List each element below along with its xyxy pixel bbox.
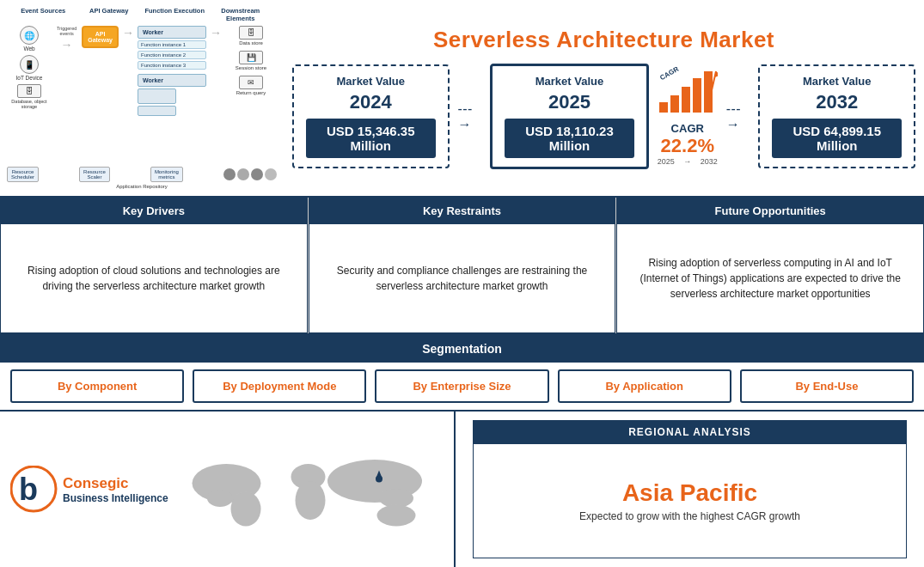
region-name: Asia Pacific [622, 479, 757, 507]
opportunities-body: Rising adoption of serverless computing … [616, 224, 924, 333]
restraints-body: Security and compliance challenges are r… [309, 224, 616, 333]
icon4 [265, 168, 277, 180]
cagr-label: CAGR [661, 122, 714, 135]
arch-diagram: Event Sources API Gateway Function Execu… [0, 0, 284, 196]
card3-year: 2032 [772, 91, 902, 113]
label-event-sources: Event Sources [10, 7, 76, 22]
session-store: 💾 Session store [225, 51, 277, 70]
app-repo-label: Application Repository [7, 184, 277, 189]
icon2 [237, 168, 249, 180]
drivers-header: Key Drivers [0, 198, 308, 224]
func-instance-2: Function instance 2 [138, 51, 206, 59]
cagr-year-start: 2025 [658, 157, 675, 166]
segmentation-header: Segmentation [0, 335, 924, 363]
seg-btn-application[interactable]: By Application [558, 369, 731, 403]
market-cards-row: Market Value 2024 USD 15,346.35 Million … [292, 64, 915, 169]
func-instance-1: Function instance 1 [138, 40, 206, 49]
card2-year: 2025 [505, 91, 634, 113]
market-card-2032: Market Value 2032 USD 64,899.15 Million [758, 64, 915, 168]
bottom-row-arch: ResourceScheduler ResourceScaler Monitor… [7, 167, 277, 182]
arrow-2024-2025: - - - → [458, 101, 482, 132]
logo-row: b Consegic Business Intelligence [10, 466, 168, 513]
monitoring-icons [223, 167, 277, 182]
world-map-svg [177, 451, 444, 528]
event-source-db: 🗄 Database, object storage [7, 84, 52, 109]
downstream-col: 🗄 Data store 💾 Session store ✉ Return qu… [225, 26, 277, 95]
card1-value: USD 15,346.35 Million [306, 119, 436, 158]
svg-point-13 [295, 481, 325, 520]
card1-year: 2024 [306, 91, 436, 113]
card2-label: Market Value [505, 75, 634, 88]
icon3 [251, 168, 263, 180]
top-section: Event Sources API Gateway Function Execu… [0, 0, 924, 198]
arch-labels: Event Sources API Gateway Function Execu… [7, 7, 277, 22]
event-sources-col: 🌐 Web 📱 IoT Device 🗄 Database, object st… [7, 26, 52, 109]
svg-rect-2 [682, 87, 690, 113]
segmentation-section: Segmentation By Component By Deployment … [0, 335, 924, 412]
svg-rect-0 [659, 102, 668, 113]
segmentation-buttons: By Component By Deployment Mode By Enter… [0, 363, 924, 410]
info-section: Key Drivers Rising adoption of cloud sol… [0, 198, 924, 335]
regional-analysis: REGIONAL ANALYSIS Asia Pacific Expected … [456, 412, 924, 567]
svg-rect-3 [693, 78, 701, 113]
triggered-area: Triggered events → [55, 26, 78, 52]
card2-value: USD 18,110.23 Million [505, 119, 634, 158]
seg-btn-enterprise[interactable]: By Enterprise Size [375, 369, 548, 403]
web-icon: 🌐 [20, 26, 39, 45]
api-gateway-area: API Gateway [82, 26, 119, 48]
db-icon: 🗄 [17, 84, 41, 98]
logo-svg: b [10, 466, 58, 513]
svg-point-16 [376, 504, 415, 526]
cagr-box: CAGR CAGR 22.2% 2025 → 2032 [658, 68, 718, 166]
arrow-cagr-2032: - - - → [726, 101, 750, 132]
map-area [177, 451, 444, 528]
label-function-execution: Function Execution [142, 7, 208, 22]
cagr-label-area: CAGR 22.2% [661, 122, 714, 157]
function-exec-col: Worker Function instance 1 Function inst… [138, 26, 206, 116]
main-container: Event Sources API Gateway Function Execu… [0, 0, 924, 567]
drivers-body: Rising adoption of cloud solutions and t… [0, 224, 308, 333]
opportunities-header: Future Opportunities [616, 198, 924, 224]
arch-content: 🌐 Web 📱 IoT Device 🗄 Database, object st… [7, 26, 277, 163]
svg-point-10 [207, 490, 233, 507]
region-desc: Expected to grow with the highest CAGR g… [579, 510, 800, 522]
query-icon: ✉ [239, 76, 263, 89]
arrow-2: → [122, 26, 134, 40]
card3-label: Market Value [772, 75, 902, 88]
logo-area: b Consegic Business Intelligence [10, 466, 168, 513]
logo-icon: b [10, 466, 58, 513]
return-query: ✉ Return query [225, 76, 277, 95]
worker-box-1: Worker [138, 26, 206, 39]
worker-empty-box2 [138, 106, 176, 116]
regional-header: REGIONAL ANALYSIS [473, 420, 907, 444]
func-instance-3: Function instance 3 [138, 61, 206, 70]
seg-btn-component[interactable]: By Component [10, 369, 184, 403]
svg-text:b: b [19, 472, 38, 507]
session-icon: 💾 [239, 51, 263, 64]
market-card-2025: Market Value 2025 USD 18,110.23 Million [490, 64, 649, 169]
market-boxes: Serverless Architecture Market Market Va… [284, 0, 924, 196]
resource-scheduler: ResourceScheduler [7, 167, 39, 182]
worker-box-2: Worker [138, 74, 206, 87]
logo-map-area: b Consegic Business Intelligence [0, 412, 456, 567]
card1-label: Market Value [306, 75, 436, 88]
resource-scaler: ResourceScaler [79, 167, 110, 182]
event-source-iot: 📱 IoT Device [16, 55, 43, 81]
seg-btn-deployment[interactable]: By Deployment Mode [193, 369, 366, 403]
event-source-web: 🌐 Web [20, 26, 39, 52]
seg-btn-enduse[interactable]: By End-Use [740, 369, 914, 403]
label-downstream: Downstream Elements [208, 7, 274, 22]
market-card-2024: Market Value 2024 USD 15,346.35 Million [292, 64, 450, 168]
triggered-label: Triggered events [55, 26, 78, 36]
restraints-header: Key Restraints [309, 198, 616, 224]
regional-body: Asia Pacific Expected to grow with the h… [473, 444, 907, 558]
api-gateway-box: API Gateway [82, 26, 119, 48]
monitoring-metrics: Monitoringmetrics [150, 167, 183, 182]
iot-icon: 📱 [20, 55, 39, 74]
icon1 [223, 168, 236, 180]
info-card-drivers: Key Drivers Rising adoption of cloud sol… [0, 198, 309, 333]
company-sub: Business Intelligence [63, 492, 168, 504]
data-store: 🗄 Data store [225, 26, 277, 46]
card3-value: USD 64,899.15 Million [772, 119, 902, 158]
label-api-gateway: API Gateway [76, 7, 143, 22]
